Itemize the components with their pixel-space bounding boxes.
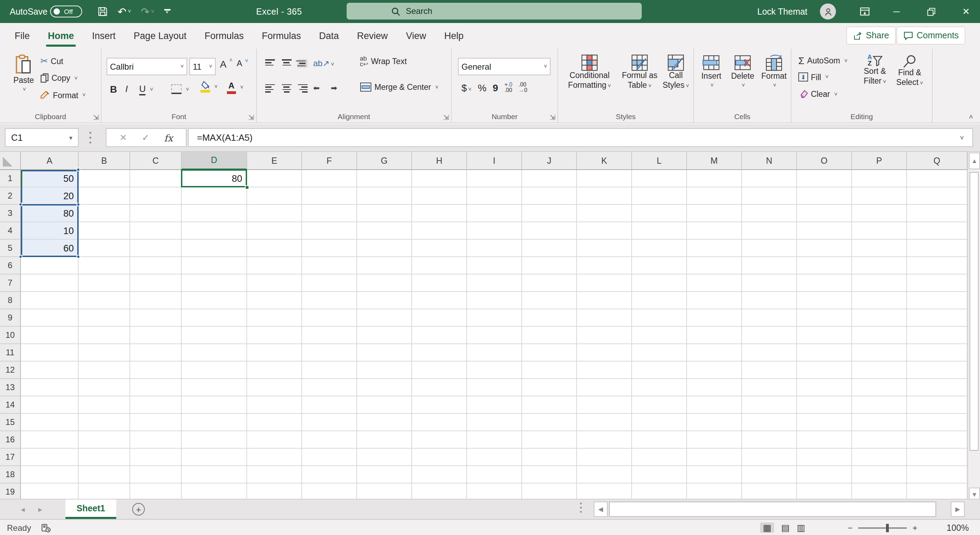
cell-G18[interactable] — [357, 466, 412, 484]
cell-E10[interactable] — [247, 327, 302, 344]
cell-H11[interactable] — [412, 344, 467, 361]
cell-C11[interactable] — [130, 344, 182, 361]
cell-B17[interactable] — [79, 449, 130, 466]
cell-H18[interactable] — [412, 466, 467, 484]
cell-Q19[interactable] — [907, 484, 967, 501]
cell-J19[interactable] — [522, 484, 577, 501]
cell-D10[interactable] — [182, 327, 247, 344]
cell-F11[interactable] — [302, 344, 357, 361]
cell-F10[interactable] — [302, 327, 357, 344]
font-size-select[interactable]: 11˅ — [189, 58, 216, 75]
cell-B18[interactable] — [79, 466, 130, 484]
cell-L11[interactable] — [632, 344, 687, 361]
tabbar-grip[interactable]: ••• — [580, 501, 582, 514]
cell-J10[interactable] — [522, 327, 577, 344]
cell-L7[interactable] — [632, 275, 687, 292]
cell-M7[interactable] — [687, 275, 742, 292]
cell-D8[interactable] — [182, 292, 247, 309]
cell-C16[interactable] — [130, 431, 182, 449]
sheet-next-icon[interactable]: ▸ — [38, 505, 42, 514]
format-cells-button[interactable]: Format ˅ — [758, 54, 790, 91]
cell-K4[interactable] — [577, 222, 632, 240]
cell-B12[interactable] — [79, 361, 130, 379]
cell-Q2[interactable] — [907, 187, 967, 205]
cell-Q1[interactable] — [907, 170, 967, 187]
cell-J6[interactable] — [522, 257, 577, 275]
cell-D13[interactable] — [182, 379, 247, 396]
cell-I19[interactable] — [467, 484, 522, 501]
cell-C18[interactable] — [130, 466, 182, 484]
cell-G4[interactable] — [357, 222, 412, 240]
row-header-2[interactable]: 2 — [0, 187, 21, 205]
cell-O10[interactable] — [797, 327, 852, 344]
tab-help[interactable]: Help — [435, 23, 473, 49]
cell-G13[interactable] — [357, 379, 412, 396]
cell-I15[interactable] — [467, 414, 522, 431]
cell-M2[interactable] — [687, 187, 742, 205]
delete-cells-button[interactable]: Delete ˅ — [727, 54, 759, 91]
comma-style-icon[interactable]: 9 — [493, 82, 498, 93]
cell-K14[interactable] — [577, 396, 632, 414]
cell-E2[interactable] — [247, 187, 302, 205]
column-header-G[interactable]: G — [357, 152, 412, 170]
fill-button[interactable]: ⬇︎ Fill ˅ — [798, 72, 829, 81]
decrease-decimal-icon[interactable]: .00→0 — [519, 82, 527, 93]
find-select-button[interactable]: Find &Select˅ — [893, 54, 926, 88]
cell-P12[interactable] — [852, 361, 907, 379]
cell-A17[interactable] — [21, 449, 79, 466]
row-header-6[interactable]: 6 — [0, 257, 21, 275]
cell-L1[interactable] — [632, 170, 687, 187]
save-icon[interactable] — [97, 6, 108, 17]
cell-O19[interactable] — [797, 484, 852, 501]
cell-K16[interactable] — [577, 431, 632, 449]
cell-K10[interactable] — [577, 327, 632, 344]
italic-button[interactable]: I — [125, 84, 128, 94]
cell-E3[interactable] — [247, 205, 302, 222]
cell-A15[interactable] — [21, 414, 79, 431]
format-painter-button[interactable]: Format ˅ — [40, 91, 86, 100]
cell-I11[interactable] — [467, 344, 522, 361]
cell-K8[interactable] — [577, 292, 632, 309]
alignment-dialog-launcher-icon[interactable]: ⇲ — [443, 113, 449, 121]
cell-P1[interactable] — [852, 170, 907, 187]
cell-B15[interactable] — [79, 414, 130, 431]
cell-A4[interactable]: 10 — [21, 222, 79, 240]
cell-F5[interactable] — [302, 240, 357, 257]
cell-E8[interactable] — [247, 292, 302, 309]
column-header-Q[interactable]: Q — [907, 152, 967, 170]
cell-N8[interactable] — [742, 292, 797, 309]
comments-button[interactable]: Comments — [896, 27, 966, 45]
cell-M1[interactable] — [687, 170, 742, 187]
cell-K15[interactable] — [577, 414, 632, 431]
undo-button[interactable]: ↶˅ — [118, 5, 131, 18]
cell-N11[interactable] — [742, 344, 797, 361]
cell-F4[interactable] — [302, 222, 357, 240]
cell-M6[interactable] — [687, 257, 742, 275]
cut-button[interactable]: ✂ Cut — [40, 56, 63, 66]
cell-E1[interactable] — [247, 170, 302, 187]
cell-G10[interactable] — [357, 327, 412, 344]
cell-D1[interactable]: 80 — [182, 170, 247, 187]
cell-K2[interactable] — [577, 187, 632, 205]
cell-E18[interactable] — [247, 466, 302, 484]
merge-center-button[interactable]: Merge & Center ˅ — [360, 82, 439, 92]
cell-H7[interactable] — [412, 275, 467, 292]
cancel-icon[interactable]: ✕ — [119, 133, 127, 143]
row-header-11[interactable]: 11 — [0, 344, 21, 361]
cell-G16[interactable] — [357, 431, 412, 449]
cell-J9[interactable] — [522, 309, 577, 327]
row-header-7[interactable]: 7 — [0, 275, 21, 292]
expand-formula-bar-icon[interactable]: ˅ — [960, 134, 964, 141]
sheet-tab-sheet1[interactable]: Sheet1 — [65, 500, 116, 519]
autosum-button[interactable]: Σ AutoSom ˅ — [798, 55, 847, 66]
cell-F13[interactable] — [302, 379, 357, 396]
row-header-8[interactable]: 8 — [0, 292, 21, 309]
sort-filter-button[interactable]: AZ Sort &Filter˅ — [858, 54, 892, 86]
cell-B10[interactable] — [79, 327, 130, 344]
row-header-19[interactable]: 19 — [0, 484, 21, 501]
column-header-H[interactable]: H — [412, 152, 467, 170]
cell-H3[interactable] — [412, 205, 467, 222]
cell-P13[interactable] — [852, 379, 907, 396]
cell-E6[interactable] — [247, 257, 302, 275]
cell-N18[interactable] — [742, 466, 797, 484]
